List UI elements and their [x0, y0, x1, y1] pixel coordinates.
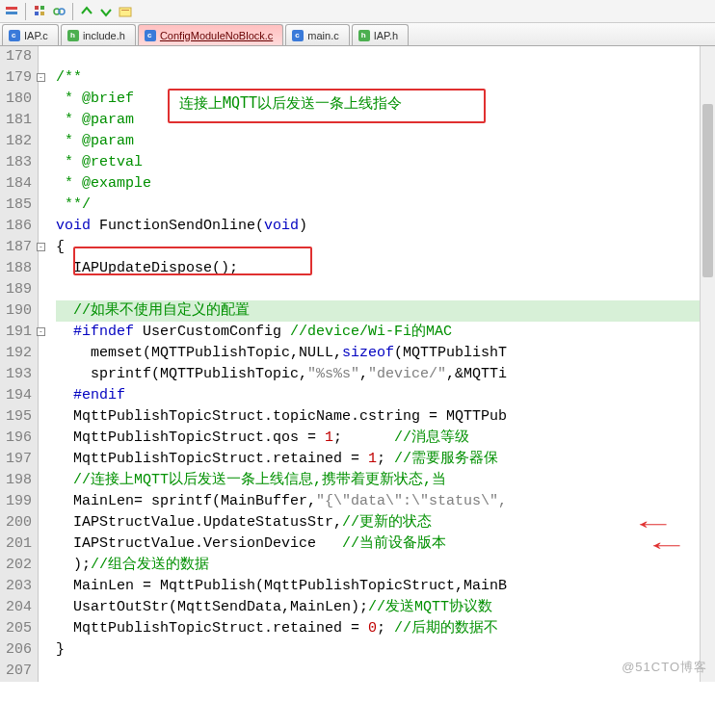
tool-icon-2[interactable]: [32, 4, 47, 19]
tool-icon-6[interactable]: [118, 4, 133, 19]
tab-label: include.h: [83, 30, 125, 41]
line-number: 190: [0, 300, 32, 322]
code-line[interactable]: UsartOutStr(MqttSendData,MainLen);//发送MQ…: [56, 597, 715, 618]
tab-label: IAP.h: [374, 30, 399, 41]
tab-iap-c[interactable]: IAP.c: [2, 24, 59, 45]
code-area[interactable]: /** * @brief * @param * @param * @retval…: [39, 46, 715, 682]
c-file-icon: [9, 30, 20, 41]
line-number: 193: [0, 364, 32, 385]
line-number: 195: [0, 406, 32, 428]
line-number: 200: [0, 512, 32, 533]
code-line[interactable]: MqttPublishTopicStruct.topicName.cstring…: [56, 406, 715, 428]
line-number: 206: [0, 639, 32, 661]
tab-iap-h[interactable]: IAP.h: [352, 24, 410, 45]
tab-label: ConfigModuleNoBlock.c: [160, 30, 273, 41]
line-number: 188: [0, 258, 32, 279]
line-number: 185: [0, 195, 32, 216]
code-editor[interactable]: 178179-180181182183184185186187-18818919…: [0, 46, 715, 682]
code-line[interactable]: sprintf(MQTTPublishTopic,"%s%s","device/…: [56, 364, 715, 385]
svg-rect-1: [6, 12, 17, 14]
svg-rect-0: [6, 7, 17, 10]
code-line[interactable]: [56, 46, 715, 67]
svg-rect-8: [119, 8, 131, 16]
tab-include-h[interactable]: include.h: [61, 24, 136, 45]
watermark: @51CTO博客: [622, 659, 707, 676]
svg-rect-5: [40, 12, 44, 15]
code-line[interactable]: * @param: [56, 110, 715, 131]
line-number: 204: [0, 597, 32, 618]
fold-toggle[interactable]: -: [37, 243, 45, 251]
line-number: 186: [0, 216, 32, 237]
code-line[interactable]: }: [56, 639, 715, 661]
line-number: 183: [0, 152, 32, 173]
line-number: 202: [0, 555, 32, 576]
line-number-gutter: 178179-180181182183184185186187-18818919…: [0, 46, 39, 682]
line-number: 207: [0, 661, 32, 682]
code-line[interactable]: IAPStructValue.UpdateStatusStr,//更新的状态: [56, 512, 715, 533]
line-number: 184: [0, 173, 32, 195]
toolbar-separator: [25, 3, 26, 20]
annotation-text: 连接上MQTT以后发送一条上线指令: [179, 94, 402, 113]
tool-icon-1[interactable]: [4, 4, 19, 19]
h-file-icon: [67, 30, 79, 41]
code-line[interactable]: //如果不使用自定义的配置: [56, 300, 715, 322]
code-line[interactable]: #endif: [56, 385, 715, 406]
tab-main-c[interactable]: main.c: [285, 24, 349, 45]
code-line[interactable]: );//组合发送的数据: [56, 555, 715, 576]
code-line[interactable]: /**: [56, 67, 715, 89]
svg-rect-3: [40, 6, 44, 10]
line-number: 203: [0, 576, 32, 597]
code-line[interactable]: //连接上MQTT以后发送一条上线信息,携带着更新状态,当: [56, 470, 715, 491]
line-number: 201: [0, 533, 32, 555]
tool-icon-3[interactable]: [51, 4, 66, 19]
code-line[interactable]: MqttPublishTopicStruct.qos = 1; //消息等级: [56, 428, 715, 449]
code-line[interactable]: * @retval: [56, 152, 715, 173]
line-number: 191-: [0, 322, 32, 343]
code-line[interactable]: MainLen = MqttPublish(MqttPublishTopicSt…: [56, 576, 715, 597]
h-file-icon: [358, 30, 370, 41]
tab-label: IAP.c: [24, 30, 48, 41]
code-line[interactable]: * @param: [56, 131, 715, 152]
code-line[interactable]: void FunctionSendOnline(void): [56, 216, 715, 237]
line-number: 198: [0, 470, 32, 491]
code-line[interactable]: {: [56, 237, 715, 258]
code-line[interactable]: * @example: [56, 173, 715, 195]
tool-icon-5[interactable]: [98, 4, 114, 19]
svg-rect-9: [121, 10, 129, 11]
line-number: 196: [0, 428, 32, 449]
code-line[interactable]: MqttPublishTopicStruct.retained = 0; //后…: [56, 618, 715, 639]
line-number: 189: [0, 279, 32, 300]
code-line[interactable]: [56, 279, 715, 300]
svg-rect-4: [35, 12, 39, 15]
line-number: 178: [0, 46, 32, 67]
vertical-scrollbar[interactable]: [700, 46, 715, 682]
c-file-icon: [145, 30, 156, 41]
code-line[interactable]: memset(MQTTPublishTopic,NULL,sizeof(MQTT…: [56, 343, 715, 364]
line-number: 192: [0, 343, 32, 364]
toolbar-separator: [72, 3, 73, 20]
code-line[interactable]: #ifndef UserCustomConfig //device/Wi-Fi的…: [56, 322, 715, 343]
line-number: 197: [0, 449, 32, 470]
toolbar: [0, 0, 715, 23]
fold-toggle[interactable]: -: [37, 73, 45, 82]
line-number: 199: [0, 491, 32, 512]
line-number: 181: [0, 110, 32, 131]
code-line[interactable]: IAPUpdateDispose();: [56, 258, 715, 279]
code-line[interactable]: MainLen= sprintf(MainBuffer,"{\"data\":\…: [56, 491, 715, 512]
tab-label: main.c: [307, 30, 338, 41]
line-number: 179-: [0, 67, 32, 89]
tab-bar: IAP.c include.h ConfigModuleNoBlock.c ma…: [0, 23, 715, 46]
code-line[interactable]: [56, 661, 715, 682]
code-line[interactable]: **/: [56, 195, 715, 216]
line-number: 205: [0, 618, 32, 639]
fold-toggle[interactable]: -: [37, 327, 45, 336]
code-line[interactable]: MqttPublishTopicStruct.retained = 1; //需…: [56, 449, 715, 470]
line-number: 187-: [0, 237, 32, 258]
tool-icon-4[interactable]: [79, 4, 94, 19]
svg-rect-2: [35, 6, 39, 10]
line-number: 180: [0, 89, 32, 110]
tab-configmodule-c[interactable]: ConfigModuleNoBlock.c: [138, 24, 283, 45]
code-line[interactable]: IAPStructValue.VersionDevice //当前设备版本: [56, 533, 715, 555]
c-file-icon: [292, 30, 304, 41]
line-number: 194: [0, 385, 32, 406]
